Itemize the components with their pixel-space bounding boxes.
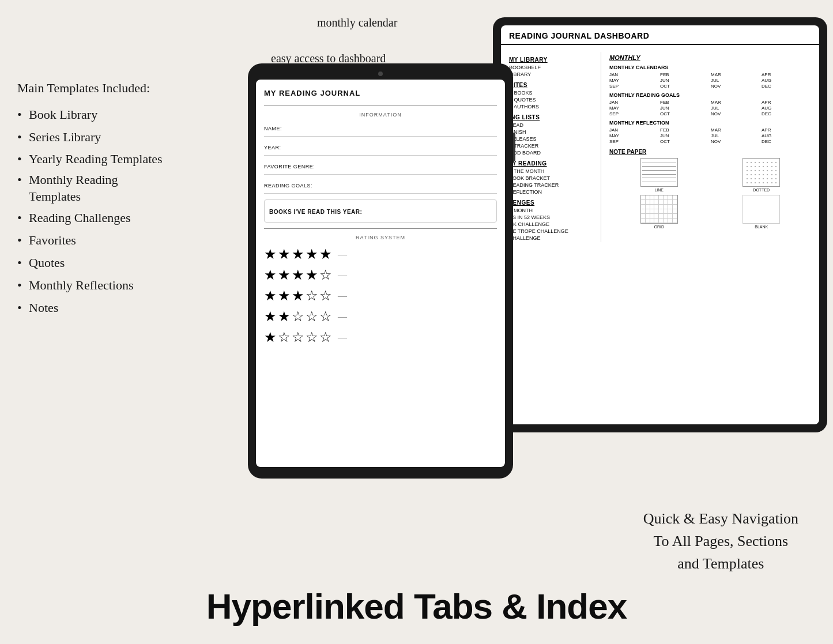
dotted-preview bbox=[742, 158, 780, 187]
star-empty bbox=[306, 329, 318, 345]
dash-item: KS IN 52 WEEKS bbox=[509, 214, 596, 220]
note-paper-item-line: LINE bbox=[609, 158, 709, 192]
monthly-calendars-label: MONTHLY CALENDARS bbox=[609, 65, 811, 70]
star-empty bbox=[319, 288, 332, 304]
dash-item: OK CHALLENGE bbox=[509, 221, 596, 227]
blank-preview bbox=[742, 195, 780, 224]
year-field: YEAR: bbox=[264, 141, 497, 156]
note-paper-item-grid: GRID bbox=[609, 195, 709, 229]
stars-4 bbox=[264, 267, 332, 283]
goals-label: READING GOALS: bbox=[264, 183, 312, 189]
favorites-section: RITES bbox=[509, 82, 596, 88]
list-item: Quotes bbox=[17, 254, 208, 272]
rating-dash: — bbox=[338, 270, 347, 280]
rating-dash: — bbox=[338, 291, 347, 301]
star-filled bbox=[306, 246, 318, 262]
star-filled bbox=[278, 246, 291, 262]
stars-3 bbox=[264, 288, 332, 304]
dash-item: FINISH bbox=[509, 129, 596, 135]
dashboard-content: MY LIBRARY BOOKSHELF LIBRARY RITES E BOO… bbox=[501, 45, 819, 249]
star-filled bbox=[278, 308, 291, 325]
year-label: YEAR: bbox=[264, 145, 281, 150]
dash-item: LIBRARY bbox=[509, 71, 596, 77]
note-paper-label-blank: BLANK bbox=[755, 225, 768, 229]
name-label: NAME: bbox=[264, 126, 282, 131]
books-section: BOOKS I'VE READ THIS YEAR: bbox=[264, 199, 497, 223]
cal-item: JUN bbox=[660, 78, 710, 83]
star-filled bbox=[264, 267, 277, 283]
dashboard-screen: READING JOURNAL DASHBOARD MY LIBRARY BOO… bbox=[501, 25, 819, 424]
star-filled bbox=[306, 267, 318, 283]
books-section-label: BOOKS I'VE READ THIS YEAR: bbox=[269, 209, 362, 215]
list-item: Notes bbox=[17, 299, 208, 317]
star-filled bbox=[292, 246, 304, 262]
dashboard-left-col: MY LIBRARY BOOKSHELF LIBRARY RITES E BOO… bbox=[509, 52, 601, 242]
monthly-reading-goals-label: MONTHLY READING GOALS bbox=[609, 92, 811, 98]
genre-label: FAVORITE GENRE: bbox=[264, 164, 315, 170]
dash-item: E BOOKS bbox=[509, 90, 596, 96]
star-empty bbox=[306, 308, 318, 325]
rating-row-5: — bbox=[264, 246, 497, 262]
rating-dash: — bbox=[338, 311, 347, 322]
star-filled bbox=[319, 246, 332, 262]
info-label: INFORMATION bbox=[264, 112, 497, 118]
star-empty bbox=[292, 329, 304, 345]
star-filled bbox=[278, 267, 291, 283]
dash-item: BOOK BRACKET bbox=[509, 175, 596, 181]
dash-item: E AUTHORS bbox=[509, 104, 596, 110]
cal-item: FEB bbox=[660, 72, 710, 77]
star-filled bbox=[264, 246, 277, 262]
monthly-reflection-label: MONTHLY REFLECTION bbox=[609, 120, 811, 126]
cal-item: JUL bbox=[711, 78, 760, 83]
journal-divider bbox=[264, 106, 497, 106]
my-library-section: MY LIBRARY bbox=[509, 57, 596, 63]
note-paper-item-dotted: DOTTED bbox=[712, 158, 812, 192]
note-paper-item-blank: BLANK bbox=[712, 195, 812, 229]
main-content: monthly calendar easy access to dashboar… bbox=[225, 0, 833, 644]
left-panel: Main Templates Included: Book Library Se… bbox=[0, 0, 231, 644]
tablet-top-bar bbox=[256, 71, 505, 76]
cal-item: MAR bbox=[711, 72, 760, 77]
note-paper-title: NOTE PAPER bbox=[609, 149, 811, 155]
rating-label: RATING SYSTEM bbox=[264, 235, 497, 240]
templates-list: Book Library Series Library Yearly Readi… bbox=[17, 106, 208, 317]
dash-item: REFLECTION bbox=[509, 189, 596, 195]
templates-title: Main Templates Included: bbox=[17, 81, 208, 96]
list-item: Series Library bbox=[17, 129, 208, 146]
reading-lists-section: ING LISTS bbox=[509, 114, 596, 120]
dashboard-title: READING JOURNAL DASHBOARD bbox=[501, 25, 819, 45]
note-paper-label-line: LINE bbox=[654, 188, 664, 192]
dash-item: CHALLENGE bbox=[509, 235, 596, 241]
quick-nav-line1: Quick & Easy Navigation bbox=[643, 507, 798, 530]
cal-item: AUG bbox=[762, 78, 811, 83]
calendar-grid-3: JAN FEB MAR APR MAY JUN JUL AUG SEP OCT … bbox=[609, 127, 811, 144]
stars-2 bbox=[264, 308, 332, 325]
list-item: Monthly Reflections bbox=[17, 277, 208, 295]
dash-item: Y TRACKER bbox=[509, 143, 596, 149]
rating-dash: — bbox=[338, 249, 347, 259]
star-filled bbox=[278, 288, 291, 304]
stars-5 bbox=[264, 246, 332, 262]
name-field: NAME: bbox=[264, 122, 497, 137]
stars-1 bbox=[264, 329, 332, 345]
star-empty bbox=[306, 288, 318, 304]
journal-title: MY READING JOURNAL bbox=[264, 89, 497, 97]
star-filled bbox=[292, 267, 304, 283]
dash-item: OOD BOARD bbox=[509, 150, 596, 156]
dash-item: READING TRACKER bbox=[509, 182, 596, 188]
star-empty bbox=[292, 308, 304, 325]
cal-item: JAN bbox=[609, 72, 659, 77]
dash-item: READ bbox=[509, 122, 596, 128]
rating-row-1: — bbox=[264, 329, 497, 345]
calendar-grid: JAN FEB MAR APR MAY JUN JUL AUG SEP OCT … bbox=[609, 72, 811, 89]
list-item: Yearly Reading Templates bbox=[17, 151, 208, 168]
goals-field: READING GOALS: bbox=[264, 179, 497, 194]
dash-item: A MONTH bbox=[509, 208, 596, 213]
tablet-side-button bbox=[513, 133, 515, 161]
star-empty bbox=[319, 308, 332, 325]
list-item: Reading Challenges bbox=[17, 209, 208, 227]
dash-item: BOOKSHELF bbox=[509, 65, 596, 70]
journal-divider-2 bbox=[264, 228, 497, 229]
cal-item: MAY bbox=[609, 78, 659, 83]
dash-item: F THE MONTH bbox=[509, 168, 596, 174]
